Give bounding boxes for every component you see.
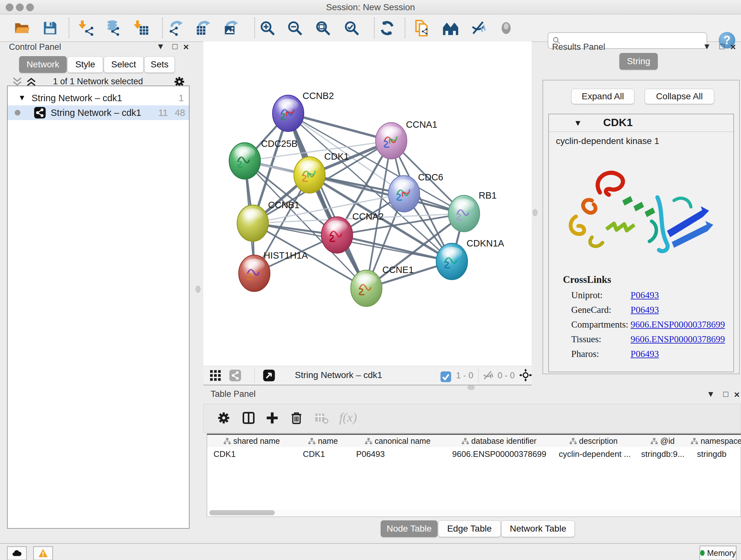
table-cell[interactable]: stringdb:9... xyxy=(635,447,690,461)
birdseye-view-icon[interactable] xyxy=(229,369,242,382)
cloud-icon[interactable] xyxy=(7,546,27,560)
table-cell[interactable]: CDK1 xyxy=(296,447,350,461)
show-all-networks-icon[interactable] xyxy=(441,19,461,37)
network-canvas[interactable]: CCNB2CCNA1CDC25BCDK1CDC6RB1CCNB1CCNA2CDK… xyxy=(203,42,532,366)
crosslink-link[interactable]: P06493 xyxy=(630,349,659,359)
current-network-name: String Network – cdk1 xyxy=(295,370,382,380)
table-horizontal-scrollbar[interactable] xyxy=(207,509,740,516)
open-session-icon[interactable] xyxy=(12,19,31,37)
network-row-selected[interactable]: String Network – cdk1 11 48 xyxy=(8,105,189,120)
tab-node-table[interactable]: Node Table xyxy=(381,520,437,537)
crosslink-row: GeneCard:P06493 xyxy=(563,305,611,319)
import-network-file-icon[interactable] xyxy=(77,19,96,37)
panel-float-icon[interactable]: □ xyxy=(170,42,180,51)
import-network-database-icon[interactable] xyxy=(103,19,123,37)
gene-description: cyclin-dependent kinase 1 xyxy=(556,136,659,146)
save-session-icon[interactable] xyxy=(40,19,60,37)
gene-card-header[interactable]: ▼ CDK1 xyxy=(549,114,733,132)
import-table-file-icon[interactable] xyxy=(132,19,151,37)
network-node-hist1h1a[interactable]: HIST1H1A xyxy=(239,250,308,292)
network-node-rb1[interactable]: RB1 xyxy=(448,190,496,232)
panel-float-icon[interactable]: □ xyxy=(717,42,727,51)
column-header-description[interactable]: description xyxy=(552,435,635,447)
window-title: Session: New Session xyxy=(0,2,741,12)
panel-close-icon[interactable]: × xyxy=(181,42,192,52)
network-status-dot xyxy=(15,110,20,116)
memory-button[interactable]: Memory xyxy=(699,546,737,560)
panel-collapse-icon[interactable]: ▼ xyxy=(701,42,712,51)
section-expand-icon[interactable]: ▼ xyxy=(574,118,582,128)
column-header--id[interactable]: @id xyxy=(635,435,691,447)
column-header-shared-name[interactable]: shared name xyxy=(207,435,297,447)
panel-collapse-icon[interactable]: ▼ xyxy=(155,42,166,51)
warning-icon[interactable] xyxy=(33,546,53,560)
crosslink-link[interactable]: P06493 xyxy=(630,305,659,315)
table-cell[interactable]: cyclin-dependent ... xyxy=(552,447,635,461)
zoom-out-icon[interactable] xyxy=(285,19,305,37)
grid-view-icon[interactable] xyxy=(209,369,222,382)
panel-collapse-icon[interactable]: ▼ xyxy=(705,389,716,399)
left-splitter-handle[interactable] xyxy=(196,286,200,293)
export-image-icon[interactable] xyxy=(221,19,241,37)
network-node-cdc25b[interactable]: CDC25B xyxy=(229,138,297,179)
show-columns-icon[interactable] xyxy=(241,411,257,426)
network-snapshot-icon[interactable] xyxy=(412,19,432,37)
export-network-icon[interactable] xyxy=(166,19,186,37)
scrollbar-thumb[interactable] xyxy=(209,510,275,515)
table-cell[interactable]: 9606.ENSP00000378699 xyxy=(446,447,552,461)
node-table[interactable]: shared namenamecanonical namedatabase id… xyxy=(207,434,741,517)
zoom-in-icon[interactable] xyxy=(258,19,277,37)
table-cell[interactable]: P06493 xyxy=(350,447,446,461)
collapse-all-button[interactable]: Collapse All xyxy=(645,89,714,104)
crosslink-label: Pharos: xyxy=(571,349,599,359)
tree-expand-icon[interactable]: ▼ xyxy=(18,93,26,102)
panel-close-icon[interactable]: × xyxy=(728,42,738,52)
network-node-count: 11 xyxy=(158,108,168,118)
panel-close-icon[interactable]: × xyxy=(731,389,741,400)
collection-name: String Network – cdk1 xyxy=(31,93,122,104)
tab-string[interactable]: String xyxy=(619,53,658,70)
tab-style[interactable]: Style xyxy=(67,56,103,73)
table-cell[interactable]: stringdb xyxy=(690,447,741,461)
export-table-icon[interactable] xyxy=(193,19,213,37)
column-header-name[interactable]: name xyxy=(296,435,350,447)
selected-checkbox-icon[interactable] xyxy=(440,370,453,383)
separator xyxy=(254,368,255,383)
show-graphics-details-icon[interactable] xyxy=(496,19,516,37)
hide-selected-icon[interactable] xyxy=(468,19,488,37)
tab-network[interactable]: Network xyxy=(19,56,67,73)
table-panel-title: Table Panel xyxy=(211,389,256,399)
hidden-eye-icon[interactable] xyxy=(482,369,495,382)
zoom-fit-icon[interactable] xyxy=(313,19,333,37)
network-node-ccne1[interactable]: CCNE1 xyxy=(351,265,414,307)
network-node-ccnb1[interactable]: CCNB1 xyxy=(237,200,299,242)
crosslink-link[interactable]: P06493 xyxy=(630,290,659,300)
table-cell[interactable]: CDK1 xyxy=(207,447,296,461)
panel-float-icon[interactable]: □ xyxy=(720,389,731,399)
tab-edge-table[interactable]: Edge Table xyxy=(438,520,501,537)
pan-crosshair-icon[interactable] xyxy=(519,369,533,381)
column-header-database-identifier[interactable]: database identifier xyxy=(446,435,553,447)
network-node-cdkn1a[interactable]: CDKN1A xyxy=(436,238,504,280)
fit-content-icon[interactable] xyxy=(263,369,276,382)
tab-network-table[interactable]: Network Table xyxy=(501,520,575,537)
tab-select[interactable]: Select xyxy=(104,56,144,73)
right-splitter-handle[interactable] xyxy=(533,209,537,216)
network-node-ccna1[interactable]: CCNA1 xyxy=(376,119,437,159)
zoom-selected-icon[interactable] xyxy=(342,19,361,37)
network-node-ccnb2[interactable]: CCNB2 xyxy=(273,91,334,132)
column-header-canonical-name[interactable]: canonical name xyxy=(350,435,446,447)
network-collection-row[interactable]: ▼ String Network – cdk1 1 xyxy=(8,91,189,105)
delete-table-icon[interactable] xyxy=(314,411,329,426)
expand-all-button[interactable]: Expand All xyxy=(571,89,634,104)
update-network-icon[interactable] xyxy=(377,19,397,37)
tab-sets[interactable]: Sets xyxy=(144,56,175,73)
node-label: CDK1 xyxy=(324,151,349,162)
crosslink-link[interactable]: 9606.ENSP00000378699 xyxy=(630,334,725,345)
function-builder-icon[interactable]: f(x) xyxy=(339,410,357,425)
add-column-icon[interactable] xyxy=(265,411,280,426)
delete-column-icon[interactable] xyxy=(289,411,305,426)
column-header-namespace[interactable]: namespace xyxy=(690,435,741,447)
table-settings-gear-icon[interactable] xyxy=(216,411,232,426)
crosslink-link[interactable]: 9606.ENSP00000378699 xyxy=(630,319,725,330)
